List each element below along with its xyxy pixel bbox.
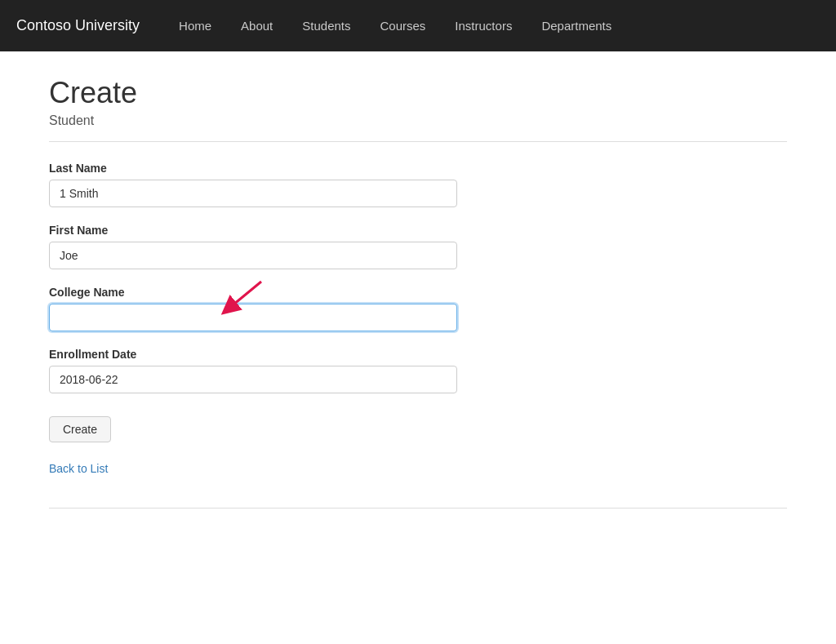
main-content: Create Student Last Name First Name Coll… <box>0 51 836 541</box>
enrollment-date-input[interactable] <box>49 366 457 393</box>
page-subtitle: Student <box>49 113 787 128</box>
first-name-label: First Name <box>49 224 787 237</box>
nav-link-courses[interactable]: Courses <box>366 0 441 51</box>
nav-link-about[interactable]: About <box>226 0 287 51</box>
college-name-label: College Name <box>49 286 787 299</box>
nav-brand[interactable]: Contoso University <box>16 17 140 34</box>
first-name-group: First Name <box>49 224 787 269</box>
divider <box>49 141 787 142</box>
page-title: Create <box>49 76 787 110</box>
enrollment-date-label: Enrollment Date <box>49 348 787 361</box>
college-name-input[interactable] <box>49 304 457 331</box>
back-to-list-link[interactable]: Back to List <box>49 462 787 475</box>
bottom-divider <box>49 508 787 509</box>
nav-links: Home About Students Courses Instructors … <box>164 0 626 51</box>
enrollment-date-group: Enrollment Date <box>49 348 787 393</box>
nav-link-home[interactable]: Home <box>164 0 226 51</box>
nav-link-students[interactable]: Students <box>287 0 365 51</box>
first-name-input[interactable] <box>49 242 457 269</box>
create-button[interactable]: Create <box>49 416 111 442</box>
navbar: Contoso University Home About Students C… <box>0 0 836 51</box>
college-name-group: College Name <box>49 286 787 331</box>
last-name-input[interactable] <box>49 180 457 207</box>
last-name-label: Last Name <box>49 162 787 175</box>
last-name-group: Last Name <box>49 162 787 207</box>
nav-link-instructors[interactable]: Instructors <box>440 0 527 51</box>
create-student-form: Last Name First Name College Name <box>49 162 787 459</box>
nav-link-departments[interactable]: Departments <box>527 0 626 51</box>
